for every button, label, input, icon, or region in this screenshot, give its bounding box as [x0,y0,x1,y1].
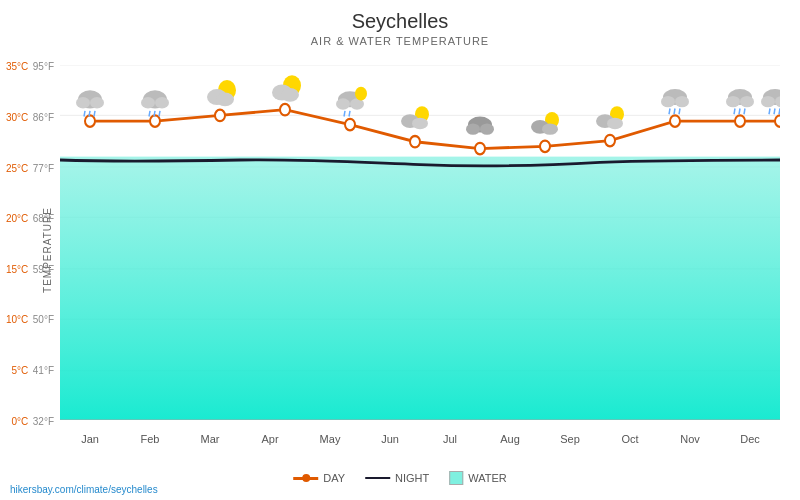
y-label-30: 30°C 86°F [6,106,54,125]
svg-line-12 [89,111,90,117]
svg-point-25 [281,88,299,102]
month-jul: Jul [420,433,480,445]
y-label-0: 0°C 32°F [12,410,54,429]
temperature-chart [60,65,780,420]
watermark: hikersbay.com/climate/seychelles [10,484,158,495]
svg-line-31 [349,111,350,117]
svg-line-30 [344,111,345,117]
weather-icon-jan [76,90,104,116]
month-oct: Oct [600,433,660,445]
svg-point-10 [90,97,104,108]
legend-day-line [293,477,318,480]
svg-point-22 [216,92,234,106]
svg-point-34 [412,118,428,129]
svg-line-55 [744,109,745,115]
legend-night-label: NIGHT [395,472,429,484]
month-feb: Feb [120,433,180,445]
month-jan: Jan [60,433,120,445]
legend-night-line [365,477,390,479]
svg-point-46 [675,96,689,107]
weather-icon-feb [141,90,169,116]
svg-line-61 [779,109,780,115]
svg-point-37 [480,123,494,134]
day-dot-aug [540,141,550,152]
month-dec: Dec [720,433,780,445]
month-aug: Aug [480,433,540,445]
legend-night: NIGHT [365,472,429,484]
day-dot-oct [670,115,680,126]
weather-icon-jul [466,117,494,135]
chart-title: Seychelles [0,10,800,33]
month-apr: Apr [240,433,300,445]
day-dot-nov [735,115,745,126]
month-nov: Nov [660,433,720,445]
svg-line-17 [149,111,150,117]
y-label-35: 35°C 95°F [6,55,54,74]
svg-line-53 [734,109,735,115]
day-dot-may [345,119,355,130]
svg-line-60 [774,109,775,115]
weather-icon-jun [401,106,429,129]
svg-point-51 [726,96,740,107]
svg-point-57 [761,96,775,107]
svg-point-45 [661,96,675,107]
weather-icon-mar [207,80,236,106]
weather-icon-oct [661,89,689,114]
svg-line-19 [159,111,160,117]
svg-point-9 [76,97,90,108]
y-label-25: 25°C 77°F [6,157,54,176]
day-dot-apr [280,104,290,115]
legend-water-label: WATER [468,472,507,484]
legend-day-label: DAY [323,472,345,484]
x-axis-labels: Jan Feb Mar Apr May Jun Jul Aug Sep Oct … [60,433,780,445]
svg-point-16 [155,97,169,108]
y-celsius-35: 35°C [6,61,28,72]
svg-point-40 [542,123,558,134]
water-fill [60,157,780,420]
svg-point-52 [740,96,754,107]
month-sep: Sep [540,433,600,445]
day-dot-jun [410,136,420,147]
legend-water-box [449,471,463,485]
main-container: Seychelles AIR & WATER TEMPERATURE TEMPE… [0,0,800,500]
chart-subtitle: AIR & WATER TEMPERATURE [0,35,800,47]
y-fahrenheit-35: 95°F [33,61,54,72]
svg-line-13 [94,111,95,117]
svg-line-49 [679,109,680,115]
day-dot-dec [775,115,780,126]
weather-icon-nov [726,89,754,114]
svg-line-18 [154,111,155,117]
legend-day: DAY [293,472,345,484]
weather-icon-apr [272,75,301,101]
y-label-15: 15°C 59°F [6,258,54,277]
y-label-5: 5°C 41°F [12,360,54,379]
month-may: May [300,433,360,445]
day-dot-jul [475,143,485,154]
chart-legend: DAY NIGHT WATER [293,471,507,485]
month-jun: Jun [360,433,420,445]
day-dot-mar [215,110,225,121]
month-mar: Mar [180,433,240,445]
svg-point-27 [336,98,350,109]
weather-icon-sep [596,106,624,129]
svg-point-15 [141,97,155,108]
svg-line-47 [669,109,670,115]
y-label-20: 20°C 68°F [6,208,54,227]
day-dot-feb [150,115,160,126]
svg-point-36 [466,123,480,134]
day-dot-jan [85,115,95,126]
y-axis-labels: 35°C 95°F 30°C 86°F 25°C 77°F 20°C 68°F … [0,65,58,420]
svg-point-43 [607,118,623,129]
day-dot-sep [605,135,615,146]
chart-header: Seychelles AIR & WATER TEMPERATURE [0,0,800,47]
legend-day-dot [302,474,310,482]
weather-icon-may [336,87,367,117]
y-label-10: 10°C 50°F [6,309,54,328]
legend-water: WATER [449,471,507,485]
svg-line-54 [739,109,740,115]
svg-line-59 [769,109,770,115]
svg-point-29 [355,87,367,101]
svg-line-48 [674,109,675,115]
weather-icon-dec [761,89,780,114]
svg-line-11 [84,111,85,117]
